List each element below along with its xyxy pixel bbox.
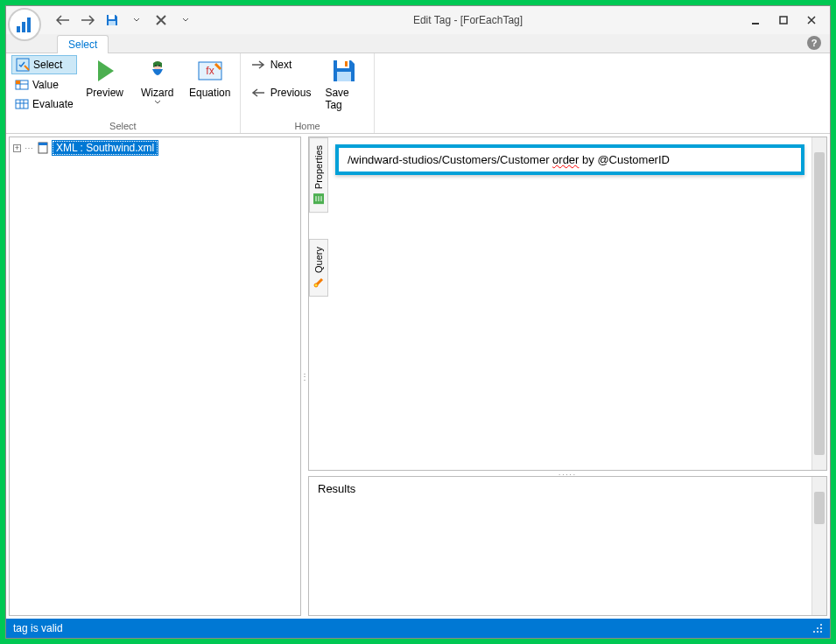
ribbon: Select Value Evaluate Preview: [6, 53, 830, 134]
ribbon-tabstrip: Select ?: [6, 34, 830, 53]
evaluate-icon: [15, 97, 29, 111]
qat-dropdown-2[interactable]: [178, 12, 193, 28]
wizard-label: Wizard: [141, 87, 173, 99]
select-button[interactable]: Select: [11, 55, 77, 74]
select-label: Select: [33, 59, 62, 71]
play-icon: [91, 57, 119, 85]
svg-rect-0: [17, 26, 20, 32]
tree-root-label[interactable]: XML : Southwind.xml: [53, 141, 158, 155]
value-icon: [15, 78, 29, 92]
qat-dropdown[interactable]: [129, 12, 144, 28]
tree-row[interactable]: + ⋯ XML : Southwind.xml: [13, 141, 297, 155]
properties-tab[interactable]: Properties: [309, 137, 328, 213]
evaluate-label: Evaluate: [32, 98, 74, 110]
wizard-icon: [144, 57, 172, 85]
svg-rect-12: [16, 100, 28, 108]
right-panel: Properties Query /windward-studios/Custo…: [308, 136, 827, 616]
quick-access-toolbar: [55, 12, 193, 28]
svg-point-34: [813, 631, 815, 633]
statusbar: tag is valid: [6, 619, 830, 638]
svg-rect-2: [27, 18, 31, 32]
previous-button[interactable]: Previous: [246, 83, 317, 102]
svg-rect-25: [39, 143, 47, 145]
arrow-left-icon: [251, 88, 265, 97]
svg-point-33: [820, 627, 822, 629]
svg-rect-11: [16, 80, 20, 84]
results-title: Results: [318, 482, 803, 495]
query-text-suffix: by @CustomerID: [579, 153, 670, 166]
ribbon-group-select: Select Value Evaluate Preview: [6, 53, 241, 133]
results-body: Results: [309, 477, 811, 615]
equation-icon: fx: [196, 57, 224, 85]
equation-button[interactable]: fx Equation: [186, 55, 235, 101]
main-content: + ⋯ XML : Southwind.xml ⋮ Properties Que…: [6, 134, 830, 619]
help-icon[interactable]: ?: [807, 36, 821, 50]
maximize-button[interactable]: [770, 10, 797, 30]
scrollbar-thumb[interactable]: [814, 492, 825, 524]
query-highlight-box: /windward-studios/Customers/Customer ord…: [335, 144, 804, 175]
query-tab[interactable]: Query: [309, 239, 328, 297]
wizard-button[interactable]: Wizard: [133, 55, 182, 106]
forward-button[interactable]: [80, 12, 95, 28]
svg-rect-1: [22, 22, 25, 32]
svg-text:fx: fx: [206, 65, 214, 77]
close-icon[interactable]: [153, 12, 169, 28]
query-icon: [313, 276, 325, 289]
tree-expand-icon[interactable]: +: [13, 144, 21, 152]
editor-scrollbar[interactable]: [811, 137, 826, 470]
svg-rect-6: [780, 17, 787, 24]
next-label: Next: [270, 59, 292, 71]
equation-label: Equation: [189, 87, 230, 99]
results-panel: Results: [308, 476, 827, 616]
window-title: Edit Tag - [ForEachTag]: [193, 14, 742, 26]
scrollbar-thumb[interactable]: [814, 152, 825, 455]
properties-tab-label: Properties: [313, 145, 324, 189]
save-tag-label: Save Tag: [325, 87, 363, 111]
value-button[interactable]: Value: [11, 76, 77, 94]
query-text-spellcheck: order: [552, 153, 579, 166]
svg-point-35: [817, 631, 818, 633]
properties-icon: [313, 192, 325, 205]
app-window: Edit Tag - [ForEachTag] Select ? Select …: [5, 5, 831, 639]
svg-rect-4: [109, 21, 116, 25]
svg-point-18: [158, 65, 160, 66]
query-editor[interactable]: /windward-studios/Customers/Customer ord…: [328, 137, 811, 470]
preview-button[interactable]: Preview: [81, 55, 130, 101]
tree-dots-icon: ⋯: [25, 144, 33, 153]
arrow-right-icon: [251, 60, 265, 69]
query-tab-label: Query: [313, 247, 324, 273]
next-button[interactable]: Next: [246, 55, 317, 74]
select-icon: [16, 58, 30, 72]
back-button[interactable]: [55, 12, 71, 28]
svg-point-17: [155, 65, 157, 66]
svg-rect-22: [337, 72, 351, 81]
previous-label: Previous: [270, 87, 312, 99]
titlebar: Edit Tag - [ForEachTag]: [6, 6, 830, 34]
tab-select[interactable]: Select: [57, 35, 109, 53]
svg-point-31: [820, 624, 822, 626]
svg-point-30: [314, 284, 318, 287]
query-text-prefix: /windward-studios/Customers/Customer: [348, 153, 552, 166]
xml-file-icon: [37, 142, 49, 154]
vertical-splitter[interactable]: ⋮: [302, 134, 307, 619]
resize-grip[interactable]: [812, 623, 823, 634]
tree-panel: + ⋯ XML : Southwind.xml: [9, 136, 301, 616]
ribbon-group-select-label: Select: [11, 119, 235, 133]
chevron-down-icon: [154, 101, 161, 104]
save-tag-button[interactable]: Save Tag: [320, 55, 369, 113]
minimize-button[interactable]: [742, 10, 769, 30]
evaluate-button[interactable]: Evaluate: [11, 95, 77, 113]
value-label: Value: [32, 79, 59, 91]
window-controls: [742, 10, 825, 30]
ribbon-group-home-label: Home: [246, 119, 369, 133]
save-tag-icon: [330, 57, 358, 85]
results-scrollbar[interactable]: [811, 477, 826, 615]
svg-point-32: [817, 627, 818, 629]
side-tabs: Properties Query: [309, 137, 328, 470]
save-icon[interactable]: [104, 12, 120, 28]
svg-rect-3: [109, 15, 115, 19]
svg-rect-23: [345, 61, 348, 66]
app-logo[interactable]: [8, 8, 41, 41]
ribbon-group-home: Next Previous Save Tag Home: [241, 53, 376, 133]
close-button[interactable]: [798, 10, 825, 30]
